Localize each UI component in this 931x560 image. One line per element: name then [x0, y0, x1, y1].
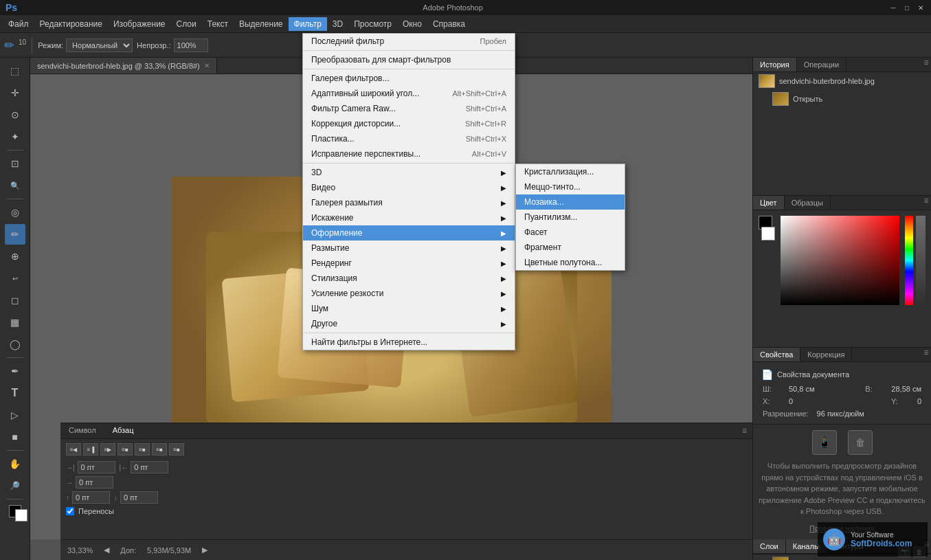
align-justify-left-btn[interactable]: ≡■ [135, 443, 150, 456]
bg-color-btn[interactable] [15, 509, 27, 522]
filter-noise[interactable]: Шум ▶ [303, 301, 515, 316]
tool-crop[interactable]: ⊡ [5, 153, 25, 174]
mode-select[interactable]: Нормальный [66, 38, 133, 52]
preview-trash-btn[interactable]: 🗑 [848, 430, 873, 455]
align-right-btn[interactable]: ≡▶ [100, 443, 115, 456]
bg-swatch[interactable] [761, 227, 775, 240]
tab-layers[interactable]: Слои [753, 539, 786, 553]
tab-history[interactable]: История [753, 58, 797, 71]
filter-plastic[interactable]: Пластика... Shift+Ctrl+X [303, 131, 515, 146]
align-justify-btn[interactable]: ≡■ [117, 443, 133, 456]
tool-zoom[interactable]: 🔎 [5, 475, 25, 496]
tool-gradient[interactable]: ▦ [5, 312, 25, 333]
filter-blur-gallery[interactable]: Галерея размытия ▶ [303, 195, 515, 210]
filter-stylize[interactable]: Стилизация ▶ [303, 271, 515, 286]
tab-correction[interactable]: Коррекция [800, 348, 852, 361]
menu-help[interactable]: Справка [427, 17, 471, 31]
menu-image[interactable]: Изображение [108, 17, 171, 31]
menu-filter[interactable]: Фильтр [289, 17, 327, 31]
tab-abzac[interactable]: Абзац [104, 423, 142, 438]
panel-options-btn[interactable]: ≡ [737, 423, 752, 438]
filter-last[interactable]: Последний фильтр Пробел [303, 34, 515, 49]
close-btn[interactable]: ✕ [916, 3, 926, 12]
submenu-mesco[interactable]: Меццо-тинто... [516, 179, 625, 194]
align-left-btn[interactable]: ≡◀ [66, 443, 81, 456]
tool-lasso[interactable]: ⊙ [5, 104, 25, 125]
tab-samples[interactable]: Образцы [785, 196, 831, 210]
submenu-crystal[interactable]: Кристаллизация... [516, 164, 625, 179]
menu-3d[interactable]: 3D [327, 17, 348, 31]
filter-video[interactable]: Видео ▶ [303, 180, 515, 195]
tool-marquee[interactable]: ⬚ [5, 60, 25, 81]
tool-shape[interactable]: ■ [5, 427, 25, 447]
filter-rendering[interactable]: Рендеринг ▶ [303, 256, 515, 271]
history-item-file[interactable]: sendvichi-buterbrod-hleb.jpg [753, 72, 931, 90]
tool-eraser[interactable]: ◻ [5, 290, 25, 311]
props-panel-menu-btn[interactable]: ≡ [921, 348, 931, 357]
filter-perspective[interactable]: Исправление перспективы... Alt+Ctrl+V [303, 146, 515, 161]
menu-text[interactable]: Текст [202, 17, 234, 31]
menu-file[interactable]: Файл [3, 17, 34, 31]
menu-view[interactable]: Просмотр [348, 17, 397, 31]
maximize-btn[interactable]: □ [902, 3, 912, 12]
filter-adaptive[interactable]: Адаптивный широкий угол... Alt+Shift+Ctr… [303, 86, 515, 101]
nav-arrow-right[interactable]: ▶ [202, 546, 207, 555]
tool-eyedropper[interactable]: 🔍 [5, 175, 25, 196]
hyphen-checkbox[interactable] [66, 507, 74, 515]
submenu-fragment[interactable]: Фрагмент [516, 240, 625, 255]
filter-distort[interactable]: Искажение ▶ [303, 210, 515, 225]
tool-text[interactable]: T [5, 383, 25, 403]
panel-menu-btn[interactable]: ≡ [921, 58, 931, 67]
filter-other[interactable]: Другое ▶ [303, 316, 515, 331]
tab-properties[interactable]: Свойства [753, 348, 800, 361]
filter-oformlenie[interactable]: Оформление ▶ [303, 225, 515, 240]
tool-move[interactable]: ✛ [5, 82, 25, 103]
canvas-tab-close[interactable]: ✕ [204, 62, 210, 69]
filter-3d[interactable]: 3D ▶ [303, 165, 515, 180]
minimize-btn[interactable]: ─ [888, 3, 898, 12]
after-spacing-input[interactable] [120, 491, 158, 504]
history-item-open[interactable]: Открыть [753, 90, 931, 108]
align-center-btn[interactable]: ≡▐ [83, 443, 98, 456]
align-justify-center-btn[interactable]: ≡■ [152, 443, 167, 456]
menu-select[interactable]: Выделение [234, 17, 289, 31]
filter-sharpen[interactable]: Усиление резкости ▶ [303, 286, 515, 301]
filter-camera-raw[interactable]: Фильтр Camera Raw... Shift+Ctrl+A [303, 101, 515, 116]
opacity-input[interactable] [174, 38, 208, 52]
color-gradient[interactable] [781, 216, 899, 305]
tab-symbol[interactable]: Символ [60, 423, 104, 438]
submenu-halftone[interactable]: Цветные полутона... [516, 255, 625, 270]
tool-dodge[interactable]: ◯ [5, 334, 25, 355]
tab-color[interactable]: Цвет [753, 196, 785, 210]
tab-operations[interactable]: Операции [797, 58, 846, 71]
tool-brush[interactable]: ✏ [5, 224, 25, 245]
menu-window[interactable]: Окно [397, 17, 427, 31]
menu-edit[interactable]: Редактирование [34, 17, 108, 31]
filter-distort-correct[interactable]: Коррекция дисторсии... Shift+Ctrl+R [303, 116, 515, 131]
tool-history-brush[interactable]: ↩ [5, 268, 25, 289]
tool-magic-wand[interactable]: ✦ [5, 126, 25, 147]
preview-device-btn[interactable]: 📱 [812, 430, 837, 455]
tool-pen[interactable]: ✒ [5, 361, 25, 381]
menu-layer[interactable]: Слои [171, 17, 202, 31]
align-justify-right-btn[interactable]: ≡■ [169, 443, 184, 456]
tool-path-select[interactable]: ▷ [5, 405, 25, 425]
canvas-tab[interactable]: sendvichi-buterbrod-hleb.jpg @ 33,3% (RG… [30, 58, 217, 74]
filter-blur[interactable]: Размытие ▶ [303, 240, 515, 256]
right-indent-input[interactable] [131, 461, 168, 473]
tool-hand[interactable]: ✋ [5, 453, 25, 474]
color-panel-menu-btn[interactable]: ≡ [921, 196, 931, 205]
submenu-facet[interactable]: Фасет [516, 225, 625, 240]
tool-clone[interactable]: ⊕ [5, 246, 25, 267]
filter-convert-smart[interactable]: Преобразовать для смарт-фильтров [303, 52, 515, 67]
submenu-pointilism[interactable]: Пуантилизм... [516, 210, 625, 225]
before-spacing-input[interactable] [72, 491, 110, 504]
color-spectrum[interactable] [905, 216, 913, 305]
submenu-mosaic[interactable]: Мозаика... [516, 194, 625, 210]
filter-find-online[interactable]: Найти фильтры в Интернете... [303, 335, 515, 350]
left-indent-input[interactable] [78, 461, 115, 473]
tool-spot-heal[interactable]: ◎ [5, 202, 25, 223]
nav-arrow-left[interactable]: ◀ [104, 546, 109, 555]
first-indent-input[interactable] [76, 476, 113, 489]
filter-gallery[interactable]: Галерея фильтров... [303, 71, 515, 86]
